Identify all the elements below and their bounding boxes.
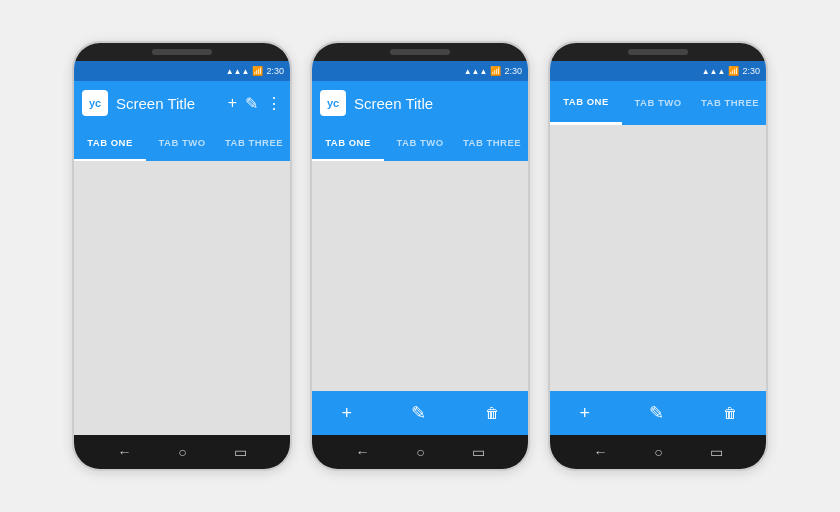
status-bar-2: ▲▲▲ 📶 2:30: [312, 61, 528, 81]
recents-button-2[interactable]: ▭: [472, 444, 485, 460]
phone-2-wrapper: ▲▲▲ 📶 2:30 yc Screen Title TAB ONE TAB T…: [310, 41, 530, 471]
bottom-add-icon-3[interactable]: +: [579, 403, 590, 424]
tab-bar-1: TAB ONE TAB TWO TAB THREE: [74, 125, 290, 161]
phone-3: ▲▲▲ 📶 2:30 TAB ONE TAB TWO TAB THREE + ✎…: [548, 41, 768, 471]
logo-text-2: yc: [327, 97, 339, 109]
phone-top-bar-2: [390, 49, 450, 55]
back-button-2[interactable]: ←: [355, 444, 369, 460]
status-bar-text-3: ▲▲▲ 📶 2:30: [702, 66, 760, 76]
bottom-nav-3: + ✎ 🗑: [550, 391, 766, 435]
wifi-icon: 📶: [252, 66, 263, 76]
bottom-edit-icon-2[interactable]: ✎: [411, 402, 426, 424]
bottom-edit-icon-3[interactable]: ✎: [649, 402, 664, 424]
phone-top-bar-3: [628, 49, 688, 55]
tab-3-one[interactable]: TAB ONE: [550, 81, 622, 125]
bottom-trash-icon-3[interactable]: 🗑: [723, 405, 737, 421]
tab-bar-3: TAB ONE TAB TWO TAB THREE: [550, 81, 766, 125]
app-bar-1: yc Screen Title + ✎ ⋮: [74, 81, 290, 125]
tab-3-two[interactable]: TAB TWO: [622, 81, 694, 125]
tab-2-three[interactable]: TAB THREE: [456, 125, 528, 161]
home-bar-1: ← ○ ▭: [74, 435, 290, 469]
tab-1-three[interactable]: TAB THREE: [218, 125, 290, 161]
phone-3-wrapper: ▲▲▲ 📶 2:30 TAB ONE TAB TWO TAB THREE + ✎…: [548, 41, 768, 471]
phone-top-bar: [152, 49, 212, 55]
time-display-1: 2:30: [266, 66, 284, 76]
app-bar-2: yc Screen Title: [312, 81, 528, 125]
back-button-3[interactable]: ←: [593, 444, 607, 460]
status-bar-text-2: ▲▲▲ 📶 2:30: [464, 66, 522, 76]
app-title-2: Screen Title: [354, 95, 520, 112]
app-logo-2: yc: [320, 90, 346, 116]
home-button-1[interactable]: ○: [178, 444, 186, 460]
time-display-3: 2:30: [742, 66, 760, 76]
recents-button-3[interactable]: ▭: [710, 444, 723, 460]
recents-button-1[interactable]: ▭: [234, 444, 247, 460]
tab-2-one[interactable]: TAB ONE: [312, 125, 384, 161]
tab-3-three[interactable]: TAB THREE: [694, 81, 766, 125]
app-bar-actions-1: + ✎ ⋮: [228, 94, 282, 113]
tab-2-two[interactable]: TAB TWO: [384, 125, 456, 161]
wifi-icon-2: 📶: [490, 66, 501, 76]
status-bar-3: ▲▲▲ 📶 2:30: [550, 61, 766, 81]
bottom-add-icon-2[interactable]: +: [341, 403, 352, 424]
tab-bar-2: TAB ONE TAB TWO TAB THREE: [312, 125, 528, 161]
bottom-nav-2: + ✎ 🗑: [312, 391, 528, 435]
status-bar-text-1: ▲▲▲ 📶 2:30: [226, 66, 284, 76]
home-button-2[interactable]: ○: [416, 444, 424, 460]
phone-1-top: [74, 43, 290, 61]
signal-icon-3: ▲▲▲: [702, 67, 726, 76]
edit-icon-1[interactable]: ✎: [245, 94, 258, 113]
app-title-1: Screen Title: [116, 95, 228, 112]
logo-text-1: yc: [89, 97, 101, 109]
time-display-2: 2:30: [504, 66, 522, 76]
home-bar-2: ← ○ ▭: [312, 435, 528, 469]
content-area-3: [550, 125, 766, 391]
back-button-1[interactable]: ←: [117, 444, 131, 460]
app-logo-1: yc: [82, 90, 108, 116]
tab-1-two[interactable]: TAB TWO: [146, 125, 218, 161]
home-bar-3: ← ○ ▭: [550, 435, 766, 469]
phone-1-wrapper: ▲▲▲ 📶 2:30 yc Screen Title + ✎ ⋮ TAB ONE…: [72, 41, 292, 471]
home-button-3[interactable]: ○: [654, 444, 662, 460]
tab-1-one[interactable]: TAB ONE: [74, 125, 146, 161]
more-icon-1[interactable]: ⋮: [266, 94, 282, 113]
signal-icon: ▲▲▲: [226, 67, 250, 76]
phone-3-top: [550, 43, 766, 61]
add-icon-1[interactable]: +: [228, 94, 237, 112]
content-area-1: [74, 161, 290, 435]
wifi-icon-3: 📶: [728, 66, 739, 76]
signal-icon-2: ▲▲▲: [464, 67, 488, 76]
phone-2: ▲▲▲ 📶 2:30 yc Screen Title TAB ONE TAB T…: [310, 41, 530, 471]
bottom-trash-icon-2[interactable]: 🗑: [485, 405, 499, 421]
status-bar-1: ▲▲▲ 📶 2:30: [74, 61, 290, 81]
content-area-2: [312, 161, 528, 391]
phone-1: ▲▲▲ 📶 2:30 yc Screen Title + ✎ ⋮ TAB ONE…: [72, 41, 292, 471]
phone-2-top: [312, 43, 528, 61]
